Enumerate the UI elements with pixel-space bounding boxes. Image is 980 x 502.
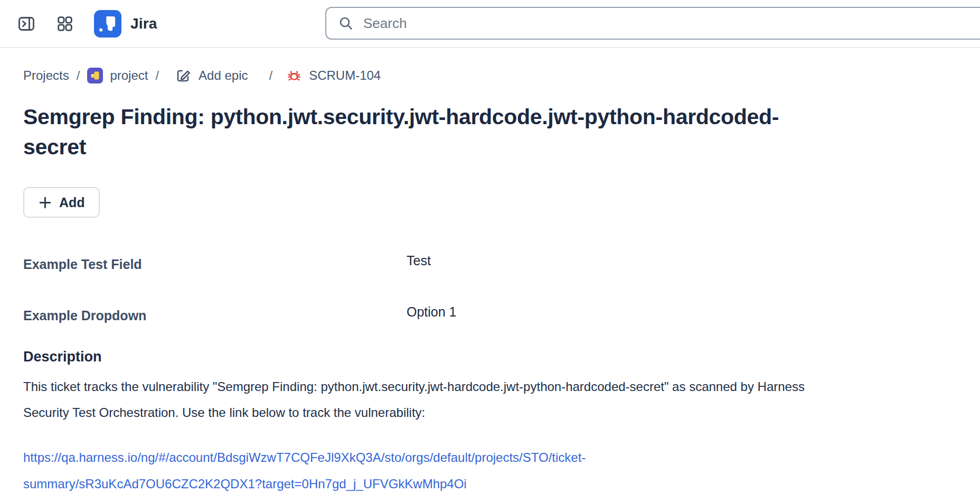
breadcrumb: Projects / project / Add epi bbox=[23, 67, 957, 84]
app-title: Jira bbox=[130, 15, 157, 32]
global-search[interactable] bbox=[325, 7, 980, 40]
breadcrumb-projects[interactable]: Projects bbox=[23, 68, 69, 83]
field-label-example-test-field: Example Test Field bbox=[23, 257, 407, 272]
edit-icon bbox=[175, 67, 192, 84]
field-value-example-test-field[interactable]: Test bbox=[407, 253, 762, 268]
breadcrumb-separator: / bbox=[77, 68, 80, 83]
search-input[interactable] bbox=[362, 15, 980, 32]
description-heading: Description bbox=[23, 349, 957, 365]
project-avatar-icon bbox=[87, 68, 103, 83]
expand-sidebar-icon bbox=[16, 13, 37, 34]
sidebar-toggle-button[interactable] bbox=[16, 13, 37, 34]
jira-home-link[interactable]: Jira bbox=[94, 10, 157, 38]
breadcrumb-separator: / bbox=[155, 68, 159, 83]
top-bar: Jira bbox=[0, 0, 980, 48]
app-switcher-button[interactable] bbox=[55, 14, 75, 34]
field-label-example-dropdown: Example Dropdown bbox=[23, 308, 407, 323]
description-section: Description This ticket tracks the vulne… bbox=[23, 349, 957, 497]
search-icon bbox=[338, 15, 354, 31]
jira-logo-icon bbox=[94, 10, 121, 38]
description-text[interactable]: This ticket tracks the vulnerability "Se… bbox=[23, 374, 811, 425]
breadcrumb-separator: / bbox=[269, 68, 273, 83]
issue-title[interactable]: Semgrep Finding: python.jwt.security.jwt… bbox=[23, 102, 816, 162]
breadcrumb-add-epic[interactable]: Add epic bbox=[175, 67, 248, 84]
custom-fields: Example Test Field Test Example Dropdown… bbox=[23, 257, 762, 323]
add-button[interactable]: Add bbox=[23, 187, 100, 218]
plus-icon bbox=[38, 196, 52, 210]
field-value-example-dropdown[interactable]: Option 1 bbox=[407, 304, 762, 320]
breadcrumb-issue-key[interactable]: SCRUM-104 bbox=[286, 68, 381, 83]
bug-icon bbox=[286, 68, 302, 83]
breadcrumb-project[interactable]: project bbox=[87, 68, 148, 83]
app-grid-icon bbox=[55, 14, 75, 34]
issue-view: Projects / project / Add epi bbox=[0, 67, 980, 497]
vulnerability-link[interactable]: https://qa.harness.io/ng/#/account/Bdsgi… bbox=[23, 444, 811, 497]
